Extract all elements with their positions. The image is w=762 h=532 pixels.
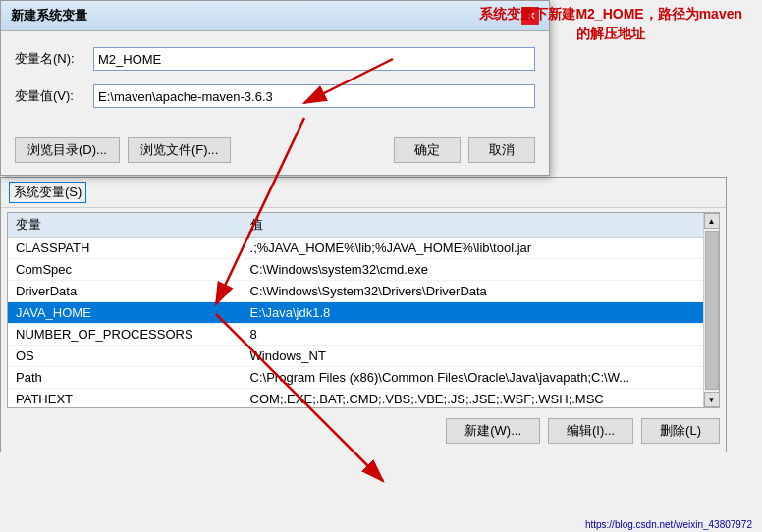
sys-var-header: 系统变量(S) <box>1 178 726 208</box>
dialog-body: 变量名(N): 变量值(V): <box>1 31 549 133</box>
value-input[interactable] <box>93 84 535 108</box>
browse-file-button[interactable]: 浏览文件(F)... <box>128 137 231 163</box>
url-bar: https://blog.csdn.net/weixin_43807972 <box>585 519 752 530</box>
var-value-cell: Windows_NT <box>243 346 719 367</box>
var-value-cell: C:\Windows\system32\cmd.exe <box>243 259 719 281</box>
var-name-cell: JAVA_HOME <box>8 302 243 324</box>
cancel-button[interactable]: 取消 <box>468 137 535 163</box>
confirm-button[interactable]: 确定 <box>394 137 461 163</box>
table-row[interactable]: PathC:\Program Files (x86)\Common Files\… <box>8 367 719 389</box>
var-value-cell: 8 <box>243 324 719 346</box>
var-value-cell: C:\Windows\System32\Drivers\DriverData <box>243 281 719 302</box>
scroll-down-arrow[interactable]: ▼ <box>704 392 720 407</box>
dialog-title: 新建系统变量 <box>11 7 87 25</box>
sys-var-label: 系统变量(S) <box>9 182 86 203</box>
var-table-container: 变量 值 CLASSPATH.;%JAVA_HOME%\lib;%JAVA_HO… <box>7 212 720 408</box>
dialog-title-bar: 新建系统变量 ✕ <box>1 1 549 31</box>
var-name-cell: PATHEXT <box>8 389 243 409</box>
table-row[interactable]: OSWindows_NT <box>8 346 719 367</box>
var-name-cell: Path <box>8 367 243 389</box>
table-row[interactable]: NUMBER_OF_PROCESSORS8 <box>8 324 719 346</box>
var-name-cell: DriverData <box>8 281 243 302</box>
delete-var-button[interactable]: 删除(L) <box>641 418 720 444</box>
browse-dir-button[interactable]: 浏览目录(D)... <box>15 137 120 163</box>
var-action-row: 新建(W)... 编辑(I)... 删除(L) <box>1 412 726 452</box>
scrollbar[interactable]: ▲ ▼ <box>703 213 719 407</box>
value-row: 变量值(V): <box>15 84 535 108</box>
var-name-cell: CLASSPATH <box>8 238 243 259</box>
col-value-header: 值 <box>243 213 719 238</box>
table-row[interactable]: JAVA_HOMEE:\Java\jdk1.8 <box>8 302 719 324</box>
new-var-dialog: 新建系统变量 ✕ 变量名(N): 变量值(V): 浏览目录(D)... 浏览文件… <box>0 0 550 176</box>
name-label: 变量名(N): <box>15 50 93 68</box>
var-value-cell: COM;.EXE;.BAT;.CMD;.VBS;.VBE;.JS;.JSE;.W… <box>243 389 719 409</box>
var-name-cell: OS <box>8 346 243 367</box>
table-row[interactable]: DriverDataC:\Windows\System32\Drivers\Dr… <box>8 281 719 302</box>
name-row: 变量名(N): <box>15 47 535 71</box>
var-value-cell: E:\Java\jdk1.8 <box>243 302 719 324</box>
sys-var-section: 系统变量(S) 变量 值 CLASSPATH.;%JAVA_HOME%\lib;… <box>0 177 727 452</box>
table-row[interactable]: ComSpecC:\Windows\system32\cmd.exe <box>8 259 719 281</box>
col-name-header: 变量 <box>8 213 243 238</box>
var-name-cell: NUMBER_OF_PROCESSORS <box>8 324 243 346</box>
table-row[interactable]: PATHEXTCOM;.EXE;.BAT;.CMD;.VBS;.VBE;.JS;… <box>8 389 719 409</box>
dialog-buttons: 浏览目录(D)... 浏览文件(F)... 确定 取消 <box>1 133 549 175</box>
var-name-cell: ComSpec <box>8 259 243 281</box>
value-label: 变量值(V): <box>15 87 93 105</box>
annotation-text: 系统变量下新建M2_HOME，路径为maven 的解压地址 <box>479 5 742 43</box>
var-value-cell: C:\Program Files (x86)\Common Files\Orac… <box>243 367 719 389</box>
scroll-thumb[interactable] <box>705 231 719 390</box>
name-input[interactable] <box>93 47 535 71</box>
scroll-up-arrow[interactable]: ▲ <box>704 213 720 229</box>
edit-var-button[interactable]: 编辑(I)... <box>548 418 633 444</box>
table-row[interactable]: CLASSPATH.;%JAVA_HOME%\lib;%JAVA_HOME%\l… <box>8 238 719 259</box>
var-table: 变量 值 CLASSPATH.;%JAVA_HOME%\lib;%JAVA_HO… <box>8 213 719 408</box>
var-value-cell: .;%JAVA_HOME%\lib;%JAVA_HOME%\lib\tool.j… <box>243 238 719 259</box>
new-var-button[interactable]: 新建(W)... <box>446 418 540 444</box>
